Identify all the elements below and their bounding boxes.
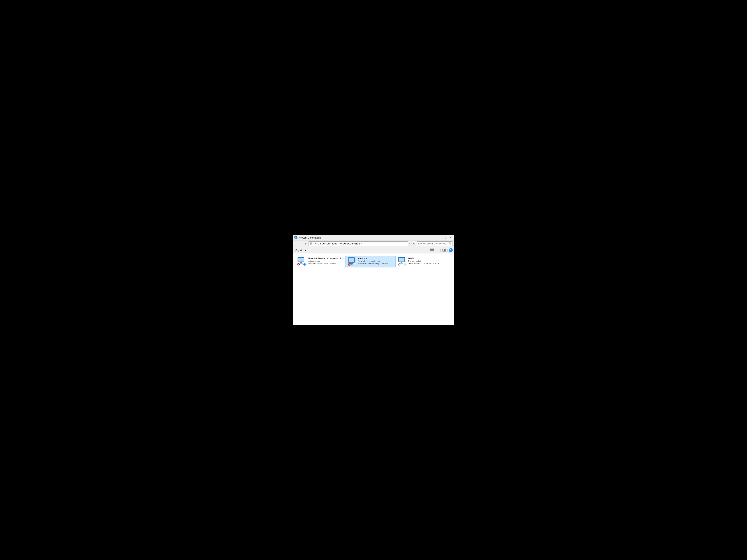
bluetooth-symbol: ▸ — [303, 263, 306, 266]
svg-rect-2 — [295, 238, 296, 239]
toolbar-separator — [440, 248, 441, 252]
svg-rect-10 — [431, 248, 432, 250]
address-bar: ← → ↑ « All Control Panel Items › Networ… — [293, 241, 454, 247]
wifi-device: 3DSP Wireless 802.11 B+G USB Ad... — [408, 262, 442, 264]
network-connections-window: Network Connections – □ ✕ ← → ↑ « All Co… — [293, 235, 454, 325]
svg-rect-3 — [295, 239, 297, 239]
svg-rect-43 — [405, 264, 406, 265]
toolbar-left: Organize ▼ — [294, 248, 307, 252]
error-badge-bluetooth — [297, 263, 300, 266]
svg-rect-25 — [349, 258, 354, 262]
title-bar-left: Network Connections — [294, 236, 321, 239]
bluetooth-status: Not connected — [308, 260, 341, 262]
path-dropdown-button[interactable]: ▼ — [409, 243, 411, 245]
window-icon — [294, 236, 298, 239]
search-box: 🔍 — [417, 241, 453, 246]
search-input[interactable] — [418, 242, 448, 245]
view-dropdown-button[interactable]: ▼ — [435, 248, 439, 252]
close-button[interactable]: ✕ — [448, 236, 453, 240]
network-items-list: ▸ Bluetooth Network Connection 2 Not con… — [295, 256, 452, 267]
svg-rect-8 — [311, 244, 311, 244]
wifi-signal-icon — [404, 263, 406, 266]
title-bar-controls: – □ ✕ — [438, 236, 453, 240]
organize-button[interactable]: Organize ▼ — [294, 248, 307, 252]
title-bar: Network Connections – □ ✕ — [293, 235, 454, 241]
svg-rect-44 — [406, 264, 406, 265]
ethernet-status: Network cable unplugged — [358, 260, 388, 262]
toolbar: Organize ▼ ▼ ? — [293, 247, 454, 254]
svg-rect-29 — [351, 264, 351, 265]
ethernet-name: Ethernet — [358, 257, 388, 260]
svg-rect-14 — [443, 249, 444, 251]
preview-pane-button[interactable] — [442, 248, 446, 252]
toolbar-right: ▼ ? — [430, 248, 453, 252]
path-icon — [310, 242, 312, 245]
wifi-icon-wrapper — [398, 257, 406, 266]
toolbar-separator-2 — [447, 248, 448, 252]
bluetooth-name: Bluetooth Network Connection 2 — [308, 257, 341, 260]
organize-arrow: ▼ — [305, 249, 306, 251]
error-badge-ethernet — [347, 263, 351, 266]
wifi-status: Not connected — [408, 260, 442, 262]
svg-rect-7 — [310, 243, 312, 244]
minimize-button[interactable]: – — [438, 236, 443, 240]
bluetooth-icon-wrapper: ▸ — [297, 257, 306, 266]
svg-text:▸: ▸ — [304, 264, 305, 265]
wifi-name: Wi-Fi — [408, 257, 442, 260]
back-button[interactable]: ← — [294, 242, 298, 246]
svg-rect-13 — [432, 250, 434, 251]
refresh-button[interactable]: ↻ — [412, 242, 416, 246]
svg-rect-15 — [445, 249, 445, 251]
svg-rect-11 — [432, 248, 434, 250]
path-part-1: All Control Panel Items — [315, 242, 337, 245]
path-separator-double: « — [313, 243, 314, 245]
path-part-2: Network Connections — [340, 242, 360, 245]
wifi-details: Wi-Fi Not connected 3DSP Wireless 802.11… — [408, 257, 442, 264]
bluetooth-device: Bluetooth Device (Personal Area ... — [308, 262, 341, 264]
search-icon: 🔍 — [448, 242, 452, 245]
up-button[interactable]: ↑ — [304, 242, 308, 246]
ethernet-icon-wrapper — [347, 257, 356, 266]
svg-rect-41 — [404, 265, 404, 265]
ethernet-details: Ethernet Network cable unplugged Realtek… — [358, 257, 388, 265]
content-area: ▸ Bluetooth Network Connection 2 Not con… — [293, 254, 454, 325]
svg-rect-12 — [431, 250, 432, 251]
path-separator-2: › — [361, 242, 362, 245]
view-icon — [430, 248, 434, 252]
network-item-bluetooth[interactable]: ▸ Bluetooth Network Connection 2 Not con… — [295, 256, 345, 267]
path-separator-1: › — [338, 242, 339, 245]
svg-rect-5 — [296, 238, 297, 238]
network-item-ethernet[interactable]: Ethernet Network cable unplugged Realtek… — [345, 256, 395, 267]
ethernet-device: Realtek PCIe FE Family Controller — [358, 262, 388, 265]
error-badge-wifi — [398, 263, 401, 266]
preview-icon — [442, 248, 446, 252]
svg-rect-30 — [352, 264, 352, 265]
address-path[interactable]: « All Control Panel Items › Network Conn… — [308, 241, 408, 246]
maximize-button[interactable]: □ — [443, 236, 448, 240]
network-item-wifi[interactable]: Wi-Fi Not connected 3DSP Wireless 802.11… — [395, 256, 446, 267]
bluetooth-details: Bluetooth Network Connection 2 Not conne… — [308, 257, 341, 264]
svg-rect-35 — [399, 258, 404, 262]
help-button[interactable]: ? — [449, 248, 453, 252]
svg-rect-42 — [405, 264, 405, 265]
svg-rect-17 — [298, 258, 304, 262]
forward-button[interactable]: → — [299, 242, 303, 246]
organize-label: Organize — [295, 249, 304, 251]
window-title: Network Connections — [299, 236, 321, 239]
